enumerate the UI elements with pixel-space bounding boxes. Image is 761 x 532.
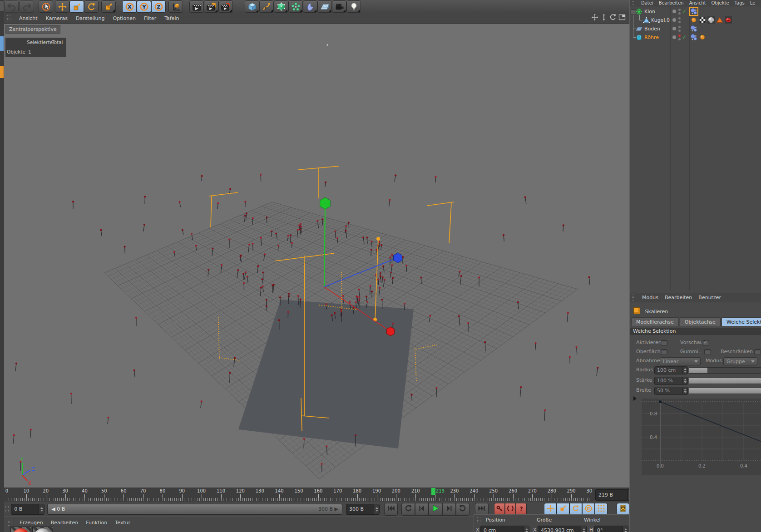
radius-stepper[interactable] <box>682 367 687 374</box>
redo-button[interactable] <box>20 0 34 13</box>
curve-expand-arrow-icon[interactable] <box>633 396 637 401</box>
material-menu-funktion[interactable]: Funktion <box>86 520 107 526</box>
red-material-thumbnail[interactable] <box>10 527 31 532</box>
object-manager-menu-ansicht[interactable]: Ansicht <box>689 0 706 5</box>
range-end-field[interactable]: 300 B <box>346 504 380 515</box>
add-array-button[interactable] <box>288 0 303 13</box>
attribute-menu-benutzer[interactable]: Benutzer <box>698 295 721 300</box>
viewport-menu-filter[interactable]: Filter <box>144 15 156 21</box>
motion-mode-button[interactable] <box>617 503 629 516</box>
vorschau-checkbox[interactable] <box>702 340 709 346</box>
coordinates-grip-icon[interactable] <box>477 517 481 524</box>
visibility-dot-editor[interactable] <box>678 9 681 11</box>
lock-z-button[interactable]: Z <box>151 0 166 13</box>
object-manager-column-divider[interactable] <box>670 6 671 291</box>
add-subdivision-button[interactable] <box>274 0 288 13</box>
tab-modellierachse[interactable]: Modellierachse <box>631 317 679 326</box>
scale-button[interactable] <box>69 0 84 13</box>
attribute-menu-modus[interactable]: Modus <box>642 295 658 300</box>
coordinate-stepper[interactable] <box>623 526 628 532</box>
coordinate-system-button[interactable] <box>168 0 183 13</box>
key-parameter-button[interactable]: P <box>582 503 595 516</box>
modus-dropdown[interactable]: Gruppe <box>723 357 757 365</box>
current-frame-field[interactable]: 219 B <box>595 489 633 501</box>
key-position-button[interactable] <box>544 503 557 516</box>
add-deformer-button[interactable] <box>303 0 317 13</box>
material-menu-erzeugen[interactable]: Erzeugen <box>20 520 43 526</box>
orbit-view-icon[interactable] <box>609 14 617 21</box>
spheres-tag-icon[interactable] <box>690 25 697 32</box>
scale-tool-button[interactable] <box>101 0 116 13</box>
object-manager-menu-le[interactable]: Le <box>750 0 756 5</box>
abnahme-dropdown[interactable]: Linear <box>660 357 701 365</box>
move-button[interactable] <box>55 0 69 13</box>
coordinate-stepper[interactable] <box>581 526 586 532</box>
viewport-menu-darstellung[interactable]: Darstellung <box>76 15 105 21</box>
add-camera-button[interactable] <box>332 0 346 13</box>
phong-tag-icon[interactable] <box>716 16 723 24</box>
play-backwards-button[interactable] <box>401 503 415 516</box>
autokey-button[interactable] <box>505 503 516 516</box>
object-name-label[interactable]: Kugel.0 <box>651 17 670 23</box>
beschraenken-checkbox[interactable] <box>754 349 761 355</box>
layer-dot[interactable] <box>672 35 676 39</box>
add-environment-button[interactable] <box>317 0 332 13</box>
add-light-button[interactable] <box>346 0 361 13</box>
timeline-ruler[interactable]: 0102030405060708090100110120130140150160… <box>4 488 592 502</box>
coordinate-field-2[interactable]: 0° <box>594 526 628 532</box>
key-rotation-button[interactable] <box>569 503 582 516</box>
visibility-dot-render[interactable] <box>678 12 681 15</box>
viewport-menu-kameras[interactable]: Kameras <box>46 15 68 21</box>
material-menubar-grip-icon[interactable] <box>8 519 12 526</box>
next-frame-button[interactable] <box>442 503 456 516</box>
camera-label[interactable]: Zentralperspektive <box>5 25 60 34</box>
previous-frame-button[interactable] <box>415 503 429 516</box>
coordinate-stepper[interactable] <box>524 526 529 532</box>
zoom-view-icon[interactable] <box>600 14 608 21</box>
object-manager-menu-objekte[interactable]: Objekte <box>712 0 729 5</box>
staerke-slider[interactable] <box>689 378 761 384</box>
breite-slider[interactable] <box>689 388 761 394</box>
toggle-layout-icon[interactable] <box>618 14 626 21</box>
coordinate-field-0[interactable]: 0 cm <box>480 526 529 532</box>
breite-stepper[interactable] <box>682 387 687 394</box>
range-start-field[interactable]: 0 B <box>11 504 44 515</box>
render-settings-button[interactable] <box>218 0 233 13</box>
viewport-canvas[interactable]: YZX <box>4 24 629 487</box>
key-pla-button[interactable] <box>595 503 608 516</box>
undo-button[interactable] <box>4 0 19 13</box>
enabled-check-icon[interactable]: ✓ <box>682 8 687 15</box>
object-row-klon[interactable]: −Klon✓ <box>630 7 761 16</box>
render-active-button[interactable] <box>204 0 218 13</box>
object-name-label[interactable]: Röhre <box>644 34 659 40</box>
object-row-kugel-0[interactable]: Kugel.0 <box>630 16 761 25</box>
preview-range-slider[interactable]: ◀ 0 B 300 B ▶ <box>47 504 342 515</box>
live-selection-button[interactable] <box>39 0 53 13</box>
object-row-boden[interactable]: Boden <box>630 25 761 33</box>
material-menu-bearbeiten[interactable]: Bearbeiten <box>51 520 78 526</box>
gray-material-thumbnail[interactable] <box>32 527 53 532</box>
visibility-dot-render[interactable] <box>678 38 681 40</box>
object-manager-menu-tags[interactable]: Tags <box>735 0 745 5</box>
add-cube-button[interactable] <box>245 0 259 13</box>
transport-grip-icon[interactable] <box>5 506 9 512</box>
viewport-menu-ansicht[interactable]: Ansicht <box>19 15 38 21</box>
material-menu-textur[interactable]: Textur <box>115 520 130 526</box>
staerke-stepper[interactable] <box>682 377 687 384</box>
current-frame-marker[interactable] <box>431 488 435 495</box>
oberflaeche-checkbox[interactable] <box>661 349 667 355</box>
layer-dot[interactable] <box>672 27 676 30</box>
record-keyframe-button[interactable] <box>494 503 505 516</box>
aktivieren-checkbox[interactable] <box>661 340 667 346</box>
object-name-label[interactable]: Klon <box>644 9 655 15</box>
attribute-menubar-grip-icon[interactable] <box>632 294 636 301</box>
attribute-menu-bearbeiten[interactable]: Bearbeiten <box>665 295 692 300</box>
object-name-label[interactable]: Boden <box>644 26 660 32</box>
tab-weiche-selekt[interactable]: Weiche Selekt <box>721 317 761 326</box>
visibility-dot-editor[interactable] <box>678 26 681 28</box>
visibility-dot-render[interactable] <box>678 30 681 32</box>
staerke-field[interactable]: 100 % <box>654 377 688 385</box>
lock-x-button[interactable]: X <box>122 0 137 13</box>
skip-to-start-button[interactable] <box>384 503 398 516</box>
key-scale-button[interactable] <box>557 503 569 516</box>
